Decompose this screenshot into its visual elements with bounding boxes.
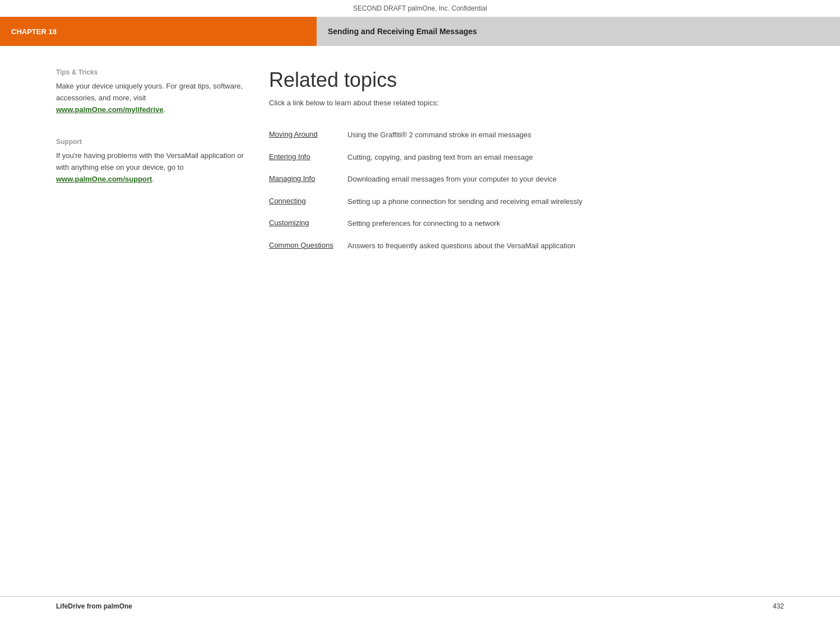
table-row: Entering InfoCutting, copying, and pasti… — [269, 146, 795, 169]
sidebar: Tips & Tricks Make your device uniquely … — [0, 68, 258, 257]
tips-link2[interactable]: mylifedrive — [125, 105, 164, 114]
topic-link-cell: Connecting — [269, 191, 347, 213]
tips-body: Make your device uniquely yours. For gre… — [56, 81, 247, 115]
support-link2[interactable]: support — [125, 175, 152, 183]
table-row: Moving AroundUsing the Graffiti® 2 comma… — [269, 124, 795, 146]
support-section: Support If you're having problems with t… — [56, 138, 247, 185]
table-row: CustomizingSetting preferences for conne… — [269, 212, 795, 235]
topic-link-1[interactable]: Entering Info — [269, 152, 310, 161]
topic-link-cell: Moving Around — [269, 124, 347, 146]
table-row: Managing InfoDownloading email messages … — [269, 168, 795, 191]
support-body: If you're having problems with the Versa… — [56, 150, 247, 185]
topic-desc-cell: Setting up a phone connection for sendin… — [347, 191, 795, 213]
topic-desc-cell: Downloading email messages from your com… — [347, 168, 795, 191]
chapter-header: CHAPTER 18 Sending and Receiving Email M… — [0, 17, 840, 46]
top-bar: SECOND DRAFT palmOne, Inc. Confidential — [0, 0, 840, 17]
topic-desc-cell: Setting preferences for connecting to a … — [347, 212, 795, 235]
section-title: Related topics — [269, 68, 795, 92]
topic-desc-cell: Cutting, copying, and pasting text from … — [347, 146, 795, 169]
section-intro: Click a link below to learn about these … — [269, 99, 795, 107]
footer-page: 432 — [773, 602, 784, 610]
topic-link-cell: Customizing — [269, 212, 347, 235]
topic-link-4[interactable]: Customizing — [269, 219, 309, 227]
content-area: Tips & Tricks Make your device uniquely … — [0, 46, 840, 257]
chapter-label: CHAPTER 18 — [0, 17, 317, 46]
top-bar-text: SECOND DRAFT palmOne, Inc. Confidential — [353, 4, 487, 12]
topic-desc-cell: Using the Graffiti® 2 command stroke in … — [347, 124, 795, 146]
topic-link-0[interactable]: Moving Around — [269, 130, 318, 138]
table-row: Common QuestionsAnswers to frequently as… — [269, 235, 795, 257]
footer: LifeDrive from palmOne 432 — [0, 596, 840, 616]
topic-link-cell: Common Questions — [269, 235, 347, 257]
footer-brand: LifeDrive from palmOne — [56, 602, 132, 610]
topics-table: Moving AroundUsing the Graffiti® 2 comma… — [269, 124, 795, 257]
topic-link-cell: Managing Info — [269, 168, 347, 191]
tips-section: Tips & Tricks Make your device uniquely … — [56, 68, 247, 115]
topic-link-5[interactable]: Common Questions — [269, 241, 333, 249]
topic-link-2[interactable]: Managing Info — [269, 174, 315, 183]
table-row: ConnectingSetting up a phone connection … — [269, 191, 795, 213]
support-link1[interactable]: www.palmOne.com/ — [56, 175, 125, 183]
tips-title: Tips & Tricks — [56, 68, 247, 76]
tips-link1[interactable]: www.palmOne.com/ — [56, 105, 125, 114]
chapter-title: Sending and Receiving Email Messages — [317, 17, 840, 46]
main-content: Related topics Click a link below to lea… — [258, 68, 840, 257]
topic-desc-cell: Answers to frequently asked questions ab… — [347, 235, 795, 257]
support-title: Support — [56, 138, 247, 146]
topic-link-cell: Entering Info — [269, 146, 347, 169]
topic-link-3[interactable]: Connecting — [269, 197, 306, 205]
